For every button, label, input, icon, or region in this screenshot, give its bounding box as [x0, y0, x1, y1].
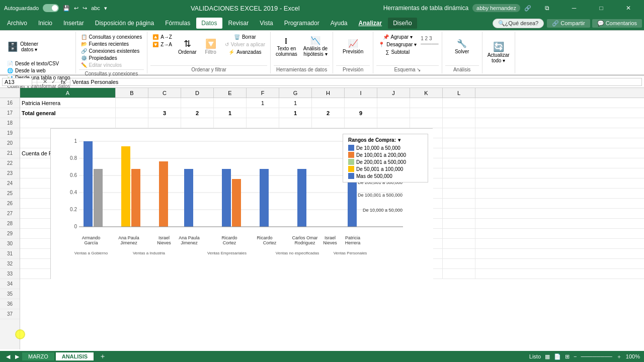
cell-reference-input[interactable] [2, 78, 32, 86]
row-28[interactable]: 28 [0, 219, 20, 229]
confirm-formula-icon[interactable]: ✓ [50, 78, 57, 85]
col-header-G[interactable]: G [279, 88, 312, 98]
col-header-D[interactable]: D [181, 88, 214, 98]
insert-function-icon[interactable]: fx [59, 79, 68, 85]
btn-borrar[interactable]: 🗑️Borrar [223, 34, 267, 40]
add-sheet-button[interactable]: ＋ [95, 352, 110, 361]
menu-datos[interactable]: Datos [196, 18, 222, 29]
menu-insertar[interactable]: Insertar [58, 18, 89, 29]
col-header-J[interactable]: J [377, 88, 410, 98]
row-29[interactable]: 29 [0, 229, 20, 239]
customize-icon[interactable]: ▾ [104, 5, 107, 12]
maximize-icon[interactable]: □ [590, 0, 613, 16]
row-19[interactable]: 19 [0, 128, 20, 138]
row-23[interactable]: 23 [0, 168, 20, 178]
menu-revisar[interactable]: Revisar [223, 18, 254, 29]
btn-web[interactable]: 🌐Desde la web [5, 67, 48, 74]
close-icon[interactable]: ✕ [617, 0, 640, 16]
comments-button[interactable]: 💬 Comentarios [592, 19, 642, 28]
btn-actualizar[interactable]: 🔄Actualizartodo ▾ [486, 40, 512, 66]
chart-container[interactable]: 1 0.8 0.6 0.4 0.2 0 [50, 128, 433, 279]
col-header-K[interactable]: K [410, 88, 443, 98]
minimize-icon[interactable]: ─ [562, 0, 586, 16]
page-break-icon[interactable]: ⊞ [565, 353, 570, 360]
btn-desagrupar[interactable]: 📍Desagrupar ▾ [376, 41, 419, 48]
row-37[interactable]: 37 [0, 309, 20, 319]
zoom-slider[interactable]: ──────── [581, 353, 612, 359]
btn-obtener-datos[interactable]: 🗄️ Obtenerdatos ▾ [5, 34, 40, 60]
menu-archivo[interactable]: Archivo [2, 18, 32, 29]
page-layout-icon[interactable]: 📄 [554, 353, 561, 360]
btn-consultas-conexiones[interactable]: 📋Consultas y conexiones [79, 34, 144, 40]
share-button[interactable]: 🔗 Compartir [547, 19, 590, 28]
menu-ayuda[interactable]: Ayuda [326, 18, 353, 29]
share-icon[interactable]: 🔗 [524, 5, 531, 12]
restore-icon[interactable]: ⧉ [535, 0, 558, 16]
row-35[interactable]: 35 [0, 289, 20, 299]
btn-filtro[interactable]: 🔽Filtro [201, 34, 221, 60]
sheet-tab-marzo[interactable]: MARZO [22, 352, 55, 360]
btn-prevision[interactable]: 📈Previsión [341, 34, 365, 60]
btn-conexiones[interactable]: 🔗Conexiones existentes [79, 48, 142, 54]
sheet-tab-analisis[interactable]: ANALISIS [56, 352, 94, 360]
btn-propiedades[interactable]: ⚙️Propiedades [79, 55, 119, 61]
btn-texto-csv[interactable]: 📄Desde el texto/CSV [5, 60, 61, 67]
btn-vinculos[interactable]: ✏️Editar vínculos [79, 62, 124, 68]
col-header-H[interactable]: H [312, 88, 345, 98]
menu-diseno[interactable]: Diseño [388, 18, 417, 29]
normal-view-icon[interactable]: ▦ [545, 353, 550, 360]
row-17[interactable]: 17 [0, 108, 20, 118]
row-25[interactable]: 25 [0, 189, 20, 199]
row-26[interactable]: 26 [0, 199, 20, 209]
row-32[interactable]: 32 [0, 259, 20, 269]
sheet-nav-next[interactable]: ▶ [13, 353, 21, 360]
col-header-I[interactable]: I [345, 88, 377, 98]
col-header-B[interactable]: B [116, 88, 148, 98]
undo-icon[interactable]: ↩ [74, 5, 78, 12]
col-header-L[interactable]: L [443, 88, 475, 98]
col-header-A[interactable]: A [20, 88, 116, 98]
menu-analizar[interactable]: Analizar [354, 18, 387, 29]
btn-agrupar[interactable]: 📌Agrupar ▾ [376, 34, 419, 40]
chart-legend[interactable]: Rangos de Compra: ▾ De 10,000 a 50,000 D… [343, 134, 428, 183]
spellcheck-icon[interactable]: abc [91, 5, 100, 11]
row-20[interactable]: 20 [0, 138, 20, 148]
col-header-C[interactable]: C [148, 88, 181, 98]
btn-ordenar[interactable]: ⇅Ordenar [176, 34, 199, 60]
zoom-out-button[interactable]: − [574, 353, 577, 359]
menu-disposicion[interactable]: Disposición de página [90, 18, 159, 29]
row-27[interactable]: 27 [0, 209, 20, 219]
btn-volver[interactable]: ↺Volver a aplicar [223, 41, 267, 48]
menu-formulas[interactable]: Fórmulas [160, 18, 195, 29]
row-31[interactable]: 31 [0, 249, 20, 259]
btn-sort-az[interactable]: 🔼A→Z [150, 34, 174, 40]
legend-filter-icon[interactable]: ▾ [398, 137, 400, 143]
btn-analisis-hipotesis[interactable]: 📉Análisis dehipótesis ▾ [301, 34, 330, 60]
row-22[interactable]: 22 [0, 158, 20, 168]
formula-content[interactable]: Ventas Personales [70, 78, 642, 86]
redo-icon[interactable]: ↪ [83, 5, 87, 12]
menu-inicio[interactable]: Inicio [33, 18, 57, 29]
menu-programador[interactable]: Programador [279, 18, 325, 29]
zoom-in-button[interactable]: ＋ [616, 353, 622, 360]
col-header-E[interactable]: E [214, 88, 247, 98]
btn-texto-columnas[interactable]: ⫿Texto encolumnas [274, 34, 299, 60]
btn-solver[interactable]: 🔧Solver [452, 34, 472, 60]
row-18[interactable]: 18 [0, 118, 20, 128]
btn-fuentes[interactable]: 📂Fuentes recientes [79, 41, 131, 47]
sheet-nav-prev[interactable]: ◀ [4, 353, 12, 360]
menu-vista[interactable]: Vista [255, 18, 278, 29]
btn-sort-za[interactable]: 🔽Z→A [150, 41, 174, 48]
col-header-F[interactable]: F [247, 88, 279, 98]
search-box[interactable]: 🔍 ¿Qué desea? [493, 19, 544, 28]
row-30[interactable]: 30 [0, 239, 20, 249]
btn-subtotal[interactable]: ∑Subtotal [376, 49, 419, 55]
row-34[interactable]: 34 [0, 279, 20, 289]
row-21[interactable]: 21 [0, 148, 20, 158]
row-36[interactable]: 36 [0, 299, 20, 309]
save-icon[interactable]: 💾 [63, 5, 70, 12]
btn-avanzadas[interactable]: ⚡Avanzadas [223, 49, 267, 55]
cancel-formula-icon[interactable]: ✕ [42, 78, 48, 85]
row-24[interactable]: 24 [0, 178, 20, 189]
autosave-toggle[interactable] [43, 4, 59, 12]
